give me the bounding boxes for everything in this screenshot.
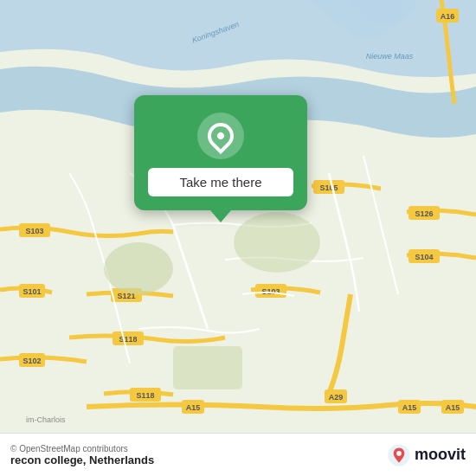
map-container: S103 S101 S102 S118 S118 S121 S105 S103 … (0, 0, 476, 433)
bottom-bar: © OpenStreetMap contributors recon colle… (0, 433, 476, 476)
bottom-left: © OpenStreetMap contributors recon colle… (10, 444, 154, 466)
svg-text:S103: S103 (25, 227, 43, 235)
svg-text:Nieuwe Maas: Nieuwe Maas (366, 52, 414, 61)
svg-rect-33 (173, 346, 242, 389)
map-background: S103 S101 S102 S118 S118 S121 S105 S103 … (0, 0, 476, 433)
moovit-logo: moovit (387, 443, 466, 467)
svg-text:S102: S102 (23, 357, 41, 365)
svg-text:im-Charlois: im-Charlois (26, 415, 66, 424)
svg-text:A29: A29 (329, 393, 344, 402)
svg-point-31 (104, 242, 173, 294)
svg-text:S105: S105 (319, 183, 338, 192)
svg-text:A16: A16 (441, 12, 455, 21)
take-me-there-button[interactable]: Take me there (148, 168, 293, 196)
popup-card: Take me there (134, 95, 307, 210)
location-pin-icon (203, 118, 239, 154)
location-name: recon college, Netherlands (10, 453, 154, 466)
svg-point-39 (396, 451, 402, 456)
svg-text:S104: S104 (415, 253, 433, 261)
moovit-icon (387, 443, 411, 467)
osm-attribution: © OpenStreetMap contributors (10, 444, 154, 453)
svg-text:A15: A15 (446, 403, 460, 412)
svg-text:S101: S101 (23, 287, 41, 296)
svg-text:S126: S126 (415, 209, 433, 218)
svg-text:A15: A15 (186, 403, 201, 412)
svg-text:A15: A15 (402, 403, 417, 412)
svg-point-32 (234, 212, 320, 273)
svg-text:S118: S118 (119, 335, 137, 344)
svg-text:S118: S118 (136, 391, 154, 400)
location-icon-wrap (197, 113, 244, 159)
moovit-text-label: moovit (415, 446, 466, 464)
